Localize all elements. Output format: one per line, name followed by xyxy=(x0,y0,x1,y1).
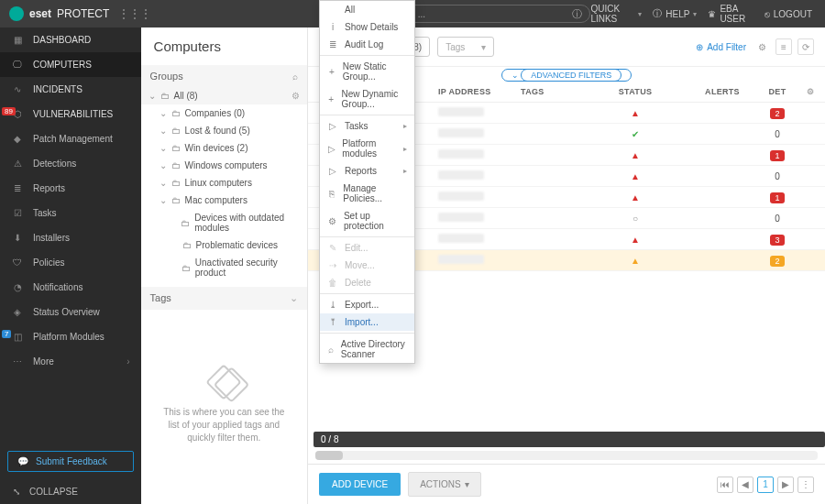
menu-icon: ▷ xyxy=(327,144,336,154)
sidebar-item-computers[interactable]: 🖵COMPUTERS xyxy=(0,52,141,77)
filter-tools: ⚙ ≡ ⟳ xyxy=(754,38,814,55)
collapse-button[interactable]: ⤡COLLAPSE xyxy=(0,479,141,504)
tree-node[interactable]: 🗀Unactivated security product xyxy=(141,254,307,281)
search-icon[interactable]: ⌕ xyxy=(292,71,298,82)
add-device-button[interactable]: ADD DEVICE xyxy=(319,473,401,496)
sidebar-item-status-overview[interactable]: ◈Status Overview xyxy=(0,300,141,324)
menu-icon: ⎘ xyxy=(327,189,336,199)
advanced-filters-button[interactable]: ⌄ ADVANCED FILTERS xyxy=(501,69,632,82)
tags-empty-state: This is where you can see the list of yo… xyxy=(141,310,307,504)
ctx-new-dynamic-group-[interactable]: +New Dynamic Group... xyxy=(320,85,414,113)
page-prev-icon[interactable]: ◀ xyxy=(737,477,754,493)
sidebar-item-dashboard[interactable]: ▦DASHBOARD xyxy=(0,27,141,52)
sidebar-icon: ▦ xyxy=(11,35,24,45)
tree-node[interactable]: ⌄🗀Lost & found (5) xyxy=(141,122,307,139)
collapse-icon: ⤡ xyxy=(13,487,20,497)
ctx-move-: ⇢Move... xyxy=(320,257,414,274)
sidebar-item-notifications[interactable]: ◔Notifications xyxy=(0,275,141,300)
col-det[interactable]: DET xyxy=(759,87,796,96)
horizontal-scrollbar[interactable] xyxy=(315,451,818,460)
ctx-platform-modules[interactable]: ▷Platform modules▸ xyxy=(320,135,414,162)
groups-tree: ⌄🗀All (8)⚙⌄🗀Companies (0)⌄🗀Lost & found … xyxy=(141,87,307,281)
menu-icon: ⇢ xyxy=(327,260,338,270)
sidebar-item-reports[interactable]: ≣Reports xyxy=(0,176,141,201)
ctx-active-directory-scanner[interactable]: ⌕Active Directory Scanner xyxy=(320,335,414,363)
logout-icon: ⎋ xyxy=(764,9,770,19)
ctx-audit-log[interactable]: ≣Audit Log xyxy=(320,36,414,53)
ctx-reports[interactable]: ▷Reports▸ xyxy=(320,162,414,180)
help-menu[interactable]: ⓘHELP▾ xyxy=(653,7,697,20)
user-menu[interactable]: ♛EBA USER xyxy=(708,4,753,24)
sidebar-item-installers[interactable]: ⬇Installers xyxy=(0,225,141,250)
col-tags[interactable]: TAGS xyxy=(521,87,585,96)
col-alerts[interactable]: ALERTS xyxy=(686,87,759,96)
ip-redacted xyxy=(438,128,484,137)
ctx-tasks[interactable]: ▷Tasks▸ xyxy=(320,117,414,135)
folder-icon: 🗀 xyxy=(171,143,181,153)
ctx-show-details[interactable]: iShow Details xyxy=(320,18,414,36)
menu-icon: ⚙ xyxy=(327,216,337,226)
ctx-all[interactable]: All xyxy=(320,1,414,18)
apps-grid-icon[interactable]: ⋮⋮⋮ xyxy=(118,7,146,20)
col-status[interactable]: STATUS xyxy=(585,87,686,96)
folder-icon: 🗀 xyxy=(171,195,181,205)
panel-title: Computers xyxy=(141,27,307,65)
status-icon: ▲ xyxy=(585,108,686,118)
quick-links[interactable]: QUICK LINKS▾ xyxy=(590,4,642,24)
gear-icon[interactable]: ⚙ xyxy=(754,38,770,55)
sidebar-item-platform-modules[interactable]: 7◫Platform Modules xyxy=(0,324,141,349)
ctx-set-up-protection[interactable]: ⚙Set up protection xyxy=(320,207,414,235)
tree-node[interactable]: ⌄🗀Windows computers xyxy=(141,157,307,174)
menu-icon: i xyxy=(327,22,338,32)
page-next-icon[interactable]: ▶ xyxy=(777,477,794,493)
chevron-right-icon: › xyxy=(126,356,129,367)
sidebar-item-tasks[interactable]: ☑Tasks xyxy=(0,201,141,225)
pager: ⏮ ◀ 1 ▶ ⋮ xyxy=(717,477,814,493)
chevron-icon: ⌄ xyxy=(160,108,167,118)
sidebar-item-detections[interactable]: ⚠Detections xyxy=(0,151,141,176)
tree-node[interactable]: 🗀Devices with outdated modules xyxy=(141,209,307,236)
chevron-icon: ⌄ xyxy=(160,143,167,153)
sidebar-item-more[interactable]: ⋯More› xyxy=(0,349,141,374)
sidebar-item-incidents[interactable]: ∿INCIDENTS xyxy=(0,77,141,102)
tree-node[interactable]: ⌄🗀Linux computers xyxy=(141,174,307,192)
menu-icon: 🗑 xyxy=(327,278,338,288)
tree-node[interactable]: ⌄🗀Companies (0) xyxy=(141,104,307,122)
gear-icon[interactable]: ⚙ xyxy=(292,91,300,101)
refresh-icon[interactable]: ⟳ xyxy=(798,38,814,55)
chevron-down-icon[interactable]: ⌄ xyxy=(290,292,298,304)
sidebar-item-policies[interactable]: 🛡Policies xyxy=(0,250,141,275)
groups-panel: Computers Groups ⌕ ⌄🗀All (8)⚙⌄🗀Companies… xyxy=(141,27,308,504)
tree-node[interactable]: ⌄🗀All (8)⚙ xyxy=(141,87,307,104)
ctx-edit-: ✎Edit... xyxy=(320,239,414,257)
col-ip[interactable]: IP ADDRESS xyxy=(438,87,521,96)
add-filter-button[interactable]: ⊕Add Filter xyxy=(696,42,746,52)
brand-logo: eset PROTECT xyxy=(0,6,118,21)
page-first-icon[interactable]: ⏮ xyxy=(717,477,733,493)
logout-button[interactable]: ⎋LOGOUT xyxy=(764,9,812,19)
submit-feedback-button[interactable]: 💬Submit Feedback xyxy=(7,451,134,472)
tree-node[interactable]: ⌄🗀Win devices (2) xyxy=(141,139,307,157)
ctx-manage-policies-[interactable]: ⎘Manage Policies... xyxy=(320,180,414,207)
columns-gear-icon[interactable]: ⚙ xyxy=(796,87,814,96)
chevron-icon: ⌄ xyxy=(160,126,167,136)
page-menu-icon[interactable]: ⋮ xyxy=(798,477,814,493)
tree-node[interactable]: 🗀Problematic devices xyxy=(141,236,307,254)
search-help-icon[interactable]: ⓘ xyxy=(572,7,582,21)
menu-icon: + xyxy=(327,94,336,104)
tags-selector[interactable]: Tags▾ xyxy=(437,37,494,57)
sidebar-item-patch-management[interactable]: ◆Patch Management xyxy=(0,126,141,151)
sidebar-icon: ⬇ xyxy=(11,233,24,243)
chevron-down-icon: ▾ xyxy=(693,10,697,18)
ctx-import-[interactable]: ⤒Import... xyxy=(320,313,414,331)
ip-redacted xyxy=(438,192,484,201)
chevron-icon: ⌄ xyxy=(160,160,167,170)
page-number[interactable]: 1 xyxy=(757,477,774,493)
actions-button[interactable]: ACTIONS▾ xyxy=(408,472,480,497)
ctx-new-static-group-[interactable]: +New Static Group... xyxy=(320,58,414,85)
sidebar-item-vulnerabilities[interactable]: 89⬡VULNERABILITIES xyxy=(0,102,141,126)
presets-icon[interactable]: ≡ xyxy=(776,38,792,55)
sidebar-icon: ◈ xyxy=(11,307,24,317)
ctx-export-[interactable]: ⤓Export... xyxy=(320,296,414,313)
tree-node[interactable]: ⌄🗀Mac computers xyxy=(141,192,307,209)
